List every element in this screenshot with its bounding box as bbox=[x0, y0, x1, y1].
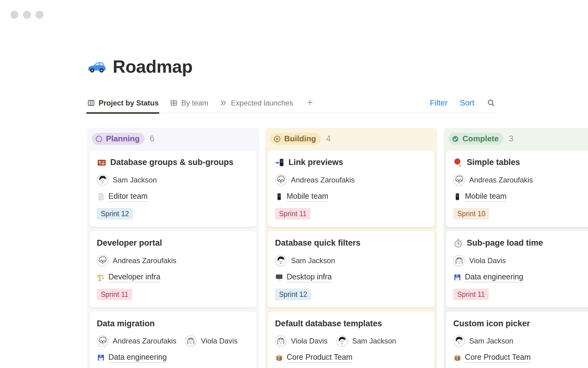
filter-button[interactable]: Filter bbox=[430, 98, 448, 108]
assignee-name: Sam Jackson bbox=[113, 176, 157, 184]
play-circle-icon bbox=[273, 135, 281, 143]
assignee-name: Viola Davis bbox=[201, 337, 238, 345]
assignee-name: Andreas Zaroufakis bbox=[469, 176, 533, 184]
card-custom-icon-picker[interactable]: Custom icon picker Sam Jackson Core Prod… bbox=[446, 312, 588, 368]
team-link[interactable]: Desktop infra bbox=[287, 272, 332, 282]
assignee: Sam Jackson bbox=[275, 255, 335, 266]
tab-label: By team bbox=[181, 99, 208, 107]
desktop-emoji-icon bbox=[275, 273, 283, 282]
avatar bbox=[275, 255, 287, 266]
window-dot[interactable] bbox=[23, 11, 31, 19]
kanban-board: Planning 6 Database groups & sub-groups … bbox=[87, 128, 588, 368]
card-title-row: Link previews bbox=[275, 157, 428, 168]
phone-emoji-icon bbox=[453, 193, 462, 201]
page-emoji-icon bbox=[97, 193, 105, 201]
card-simple-tables[interactable]: Simple tables Andreas Zaroufakis Mobile … bbox=[446, 150, 588, 227]
package-emoji-icon bbox=[453, 354, 462, 362]
card-title-row: Data migration bbox=[97, 319, 249, 329]
status-label: Planning bbox=[106, 134, 140, 144]
bento-emoji-icon bbox=[97, 158, 107, 167]
phone-emoji-icon bbox=[275, 193, 283, 201]
assignee-row: Andreas Zaroufakis bbox=[275, 174, 428, 186]
assignee-name: Viola Davis bbox=[291, 337, 328, 345]
card-database-quick-filters[interactable]: Database quick filters Sam Jackson Deskt… bbox=[268, 231, 435, 308]
assignee: Andreas Zaroufakis bbox=[97, 255, 176, 266]
page-content: Roadmap Project by Status By team Expect… bbox=[87, 0, 588, 368]
card-title-row: Default database templates bbox=[275, 319, 428, 329]
team-link[interactable]: Mobile team bbox=[465, 192, 507, 202]
status-label: Complete bbox=[462, 134, 499, 144]
team-link[interactable]: Data engineering bbox=[465, 272, 523, 282]
assignee-row: Andreas Zaroufakis bbox=[453, 174, 588, 186]
assignee-row: Andreas Zaroufakis Viola Davis bbox=[97, 335, 249, 347]
card-title-row: Simple tables bbox=[453, 157, 588, 168]
assignee-name: Andreas Zaroufakis bbox=[113, 337, 176, 345]
assignee-row: Sam Jackson bbox=[453, 335, 588, 347]
assignee-name: Sam Jackson bbox=[352, 337, 396, 345]
card-developer-portal[interactable]: Developer portal Andreas Zaroufakis Deve… bbox=[89, 231, 257, 308]
team-link[interactable]: Editor team bbox=[108, 192, 148, 202]
card-title-row: Database groups & sub-groups bbox=[97, 157, 249, 168]
status-label: Building bbox=[284, 134, 316, 144]
avatar bbox=[185, 335, 197, 347]
card-default-database-templates[interactable]: Default database templates Viola Davis S… bbox=[268, 312, 435, 368]
card-sub-page-load-time[interactable]: Sub-page load time Viola Davis Data engi… bbox=[446, 231, 588, 308]
add-view-button[interactable] bbox=[306, 98, 314, 108]
dashed-circle-icon bbox=[95, 135, 103, 143]
sort-button[interactable]: Sort bbox=[460, 98, 474, 108]
team-link[interactable]: Core Product Team bbox=[287, 353, 352, 363]
search-button[interactable] bbox=[487, 98, 496, 107]
team-row: Data engineering bbox=[453, 272, 588, 282]
avatar bbox=[336, 335, 348, 347]
check-circle-icon bbox=[451, 135, 460, 143]
car-emoji-icon[interactable] bbox=[87, 57, 106, 76]
stopwatch-emoji-icon bbox=[453, 238, 463, 248]
card-count: 4 bbox=[326, 134, 331, 144]
toolbar-right: Filter Sort bbox=[430, 98, 499, 108]
card-title: Data migration bbox=[97, 319, 155, 329]
team-link[interactable]: Developer infra bbox=[108, 272, 160, 282]
team-link[interactable]: Core Product Team bbox=[465, 353, 531, 363]
card-data-migration[interactable]: Data migration Andreas Zaroufakis Viola … bbox=[89, 312, 257, 368]
phone-arrow-emoji-icon bbox=[275, 158, 285, 167]
plus-icon bbox=[306, 98, 314, 106]
assignee: Viola Davis bbox=[453, 255, 506, 266]
card-title: Developer portal bbox=[97, 238, 162, 248]
package-emoji-icon bbox=[275, 354, 283, 362]
column-header: Complete 3 bbox=[446, 130, 588, 150]
card-title-row: Custom icon picker bbox=[453, 319, 588, 329]
assignee: Viola Davis bbox=[275, 335, 328, 347]
team-row: Desktop infra bbox=[275, 272, 428, 282]
team-row: Mobile team bbox=[275, 192, 428, 202]
assignee-row: Andreas Zaroufakis bbox=[97, 255, 249, 266]
card-database-groups[interactable]: Database groups & sub-groups Sam Jackson… bbox=[89, 150, 257, 227]
avatar bbox=[453, 335, 465, 347]
sprint-badge: Sprint 11 bbox=[97, 289, 132, 300]
tab-by-team[interactable]: By team bbox=[170, 99, 208, 107]
column-planning: Planning 6 Database groups & sub-groups … bbox=[87, 128, 259, 368]
assignee-name: Sam Jackson bbox=[291, 256, 335, 265]
column-header: Building 4 bbox=[268, 130, 435, 150]
avatar bbox=[97, 174, 108, 186]
status-pill-building[interactable]: Building bbox=[270, 133, 321, 145]
sprint-badge: Sprint 12 bbox=[275, 289, 311, 300]
assignee-name: Sam Jackson bbox=[469, 337, 513, 345]
assignee-name: Viola Davis bbox=[469, 256, 506, 265]
team-link[interactable]: Mobile team bbox=[287, 192, 328, 202]
tab-label: Project by Status bbox=[99, 99, 159, 107]
page-title[interactable]: Roadmap bbox=[113, 56, 193, 77]
assignee-name: Andreas Zaroufakis bbox=[291, 176, 355, 184]
status-pill-complete[interactable]: Complete bbox=[448, 133, 503, 145]
assignee-row: Viola Davis Sam Jackson bbox=[275, 335, 428, 347]
card-title: Default database templates bbox=[275, 319, 382, 329]
card-link-previews[interactable]: Link previews Andreas Zaroufakis Mobile … bbox=[268, 150, 435, 227]
assignee: Andreas Zaroufakis bbox=[275, 174, 355, 186]
window-dot[interactable] bbox=[10, 11, 18, 19]
status-pill-planning[interactable]: Planning bbox=[92, 133, 145, 145]
tab-project-by-status[interactable]: Project by Status bbox=[87, 99, 159, 107]
team-link[interactable]: Data engineering bbox=[108, 353, 167, 363]
window-dot[interactable] bbox=[36, 11, 43, 19]
table-view-icon bbox=[170, 99, 178, 107]
view-tabbar: Project by Status By team Expected launc… bbox=[87, 98, 499, 113]
tab-expected-launches[interactable]: Expected launches bbox=[219, 99, 293, 107]
